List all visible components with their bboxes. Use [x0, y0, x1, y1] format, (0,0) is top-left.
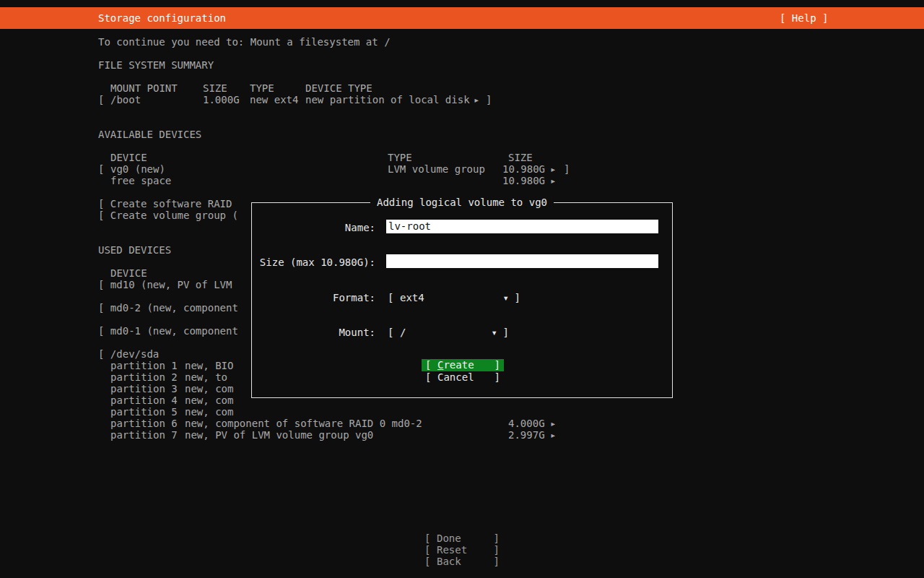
- bracket-close: ]: [494, 371, 500, 384]
- partition-name: partition 2: [110, 371, 178, 383]
- bracket-open: [: [98, 163, 104, 175]
- device-name: vg0 (new): [110, 163, 165, 175]
- bracket-close: ]: [503, 327, 509, 338]
- partition-name: partition 6: [110, 418, 178, 429]
- bracket-open: [: [424, 556, 430, 567]
- bracket-open: [: [388, 327, 393, 338]
- partition-name: partition 5: [110, 406, 178, 418]
- used-devices-heading: USED DEVICES: [98, 244, 171, 256]
- cancel-button-label: Cancel: [437, 371, 474, 384]
- partition-name: partition 7: [110, 429, 178, 441]
- bracket-close: ]: [494, 544, 500, 556]
- chevron-down-icon: ▾: [492, 327, 497, 338]
- name-input[interactable]: lv-root: [386, 220, 658, 233]
- chevron-down-icon: ▾: [503, 292, 509, 303]
- done-button-label: Done: [437, 532, 461, 544]
- size-input[interactable]: [386, 254, 658, 268]
- bracket-open: [: [98, 94, 104, 105]
- partition-info: new, com: [185, 406, 233, 418]
- fs-summary-header-row: MOUNT POINT SIZE TYPE DEVICE TYPE: [0, 82, 924, 94]
- help-button[interactable]: [ Help ]: [780, 7, 828, 29]
- name-label: Name:: [345, 222, 375, 233]
- done-button[interactable]: [ Done ]: [421, 532, 503, 544]
- bracket-open: [: [424, 544, 430, 556]
- dialog-title: Adding logical volume to vg0: [370, 197, 554, 209]
- mount-label: Mount:: [339, 327, 375, 338]
- partition-info: new, component of software RAID 0 md0-2: [185, 418, 422, 429]
- create-button-label: Create: [437, 359, 474, 371]
- chevron-right-icon: ▸: [550, 418, 556, 429]
- bracket-open: [: [424, 532, 430, 544]
- col-device-type: DEVICE TYPE: [305, 82, 372, 94]
- mount-select[interactable]: [ / ▾ ]: [388, 327, 509, 338]
- bracket-close: ]: [494, 556, 500, 567]
- bracket-open: [: [425, 359, 431, 371]
- back-button[interactable]: [ Back ]: [421, 556, 503, 567]
- create-volume-group-button[interactable]: [ Create volume group (: [98, 210, 238, 221]
- format-label: Format:: [333, 292, 375, 303]
- device-row-md0-1[interactable]: [ md0-1 (new, component: [98, 325, 238, 337]
- col-device: DEVICE: [110, 267, 147, 279]
- size-label: Size (max 10.980G):: [260, 256, 375, 268]
- col-size: SIZE: [203, 82, 227, 94]
- bracket-close: ]: [494, 532, 500, 544]
- partition-info: new, com: [185, 394, 233, 406]
- col-type: TYPE: [388, 152, 412, 163]
- back-button-label: Back: [437, 556, 461, 567]
- create-button[interactable]: [ Create ]: [422, 359, 504, 371]
- col-type: TYPE: [250, 82, 274, 94]
- bracket-open: [: [425, 371, 431, 384]
- cancel-button[interactable]: [ Cancel ]: [422, 371, 504, 384]
- fs-row-device-type: new partition of local disk: [305, 94, 470, 105]
- fs-summary-heading: FILE SYSTEM SUMMARY: [98, 59, 214, 71]
- page-title: Storage configuration: [98, 7, 226, 29]
- fs-row-mount-point: /boot: [110, 94, 141, 105]
- chevron-right-icon: ▸: [550, 429, 556, 441]
- bracket-open: [: [388, 292, 393, 303]
- device-row-md0-2[interactable]: [ md0-2 (new, component: [98, 302, 238, 314]
- partition-info: new, to: [185, 371, 227, 383]
- bracket-close: ]: [564, 163, 570, 175]
- partition-info: new, PV of LVM volume group vg0: [185, 429, 373, 441]
- continue-hint-text: To continue you need to: Mount a filesys…: [98, 36, 391, 48]
- device-type: LVM volume group: [388, 163, 485, 175]
- reset-button[interactable]: [ Reset ]: [421, 544, 503, 556]
- col-size: SIZE: [508, 152, 533, 163]
- partition-row[interactable]: partition 5 new, com: [0, 406, 924, 418]
- device-row-dev-sda[interactable]: [ /dev/sda: [98, 348, 159, 360]
- partition-size: 4.000G: [508, 418, 545, 429]
- reset-button-label: Reset: [437, 544, 467, 556]
- fs-summary-row[interactable]: [ /boot 1.000G new ext4 new partition of…: [0, 94, 924, 105]
- partition-row[interactable]: partition 6 new, component of software R…: [0, 418, 924, 429]
- format-selected-value: ext4: [400, 292, 424, 303]
- device-row-vg0[interactable]: [ vg0 (new) LVM volume group 10.980G ▸ ]: [0, 163, 924, 175]
- bracket-close: ]: [515, 292, 520, 303]
- partition-row[interactable]: partition 7 new, PV of LVM volume group …: [0, 429, 924, 441]
- col-device: DEVICE: [110, 152, 147, 163]
- fs-row-type: new ext4: [250, 94, 298, 105]
- fs-row-size: 1.000G: [203, 94, 240, 105]
- device-name: free space: [110, 175, 171, 186]
- mount-selected-value: /: [400, 327, 406, 338]
- device-row-md10[interactable]: [ md10 (new, PV of LVM: [98, 279, 232, 290]
- available-devices-heading: AVAILABLE DEVICES: [98, 129, 201, 140]
- storage-configuration-screen: Storage configuration [ Help ] To contin…: [0, 0, 924, 578]
- partition-name: partition 1: [110, 360, 178, 371]
- partition-info: new, BIO: [185, 360, 233, 371]
- bracket-close: ]: [486, 94, 492, 105]
- create-software-raid-button[interactable]: [ Create software RAID: [98, 198, 232, 210]
- add-logical-volume-dialog: Adding logical volume to vg0 Name: lv-ro…: [251, 202, 673, 398]
- chevron-right-icon: ▸: [550, 175, 556, 186]
- col-mount-point: MOUNT POINT: [110, 82, 178, 94]
- format-select[interactable]: [ ext4 ▾ ]: [388, 292, 520, 303]
- partition-name: partition 4: [110, 394, 178, 406]
- available-devices-header-row: DEVICE TYPE SIZE: [0, 152, 924, 163]
- device-row-free-space[interactable]: free space 10.980G ▸: [0, 175, 924, 186]
- partition-size: 2.997G: [508, 429, 545, 441]
- device-size: 10.980G: [502, 175, 545, 186]
- chevron-right-icon: ▸: [474, 94, 479, 105]
- title-bar: Storage configuration [ Help ]: [0, 7, 924, 29]
- device-size: 10.980G: [502, 163, 545, 175]
- bracket-close: ]: [494, 359, 500, 371]
- chevron-right-icon: ▸: [550, 163, 556, 175]
